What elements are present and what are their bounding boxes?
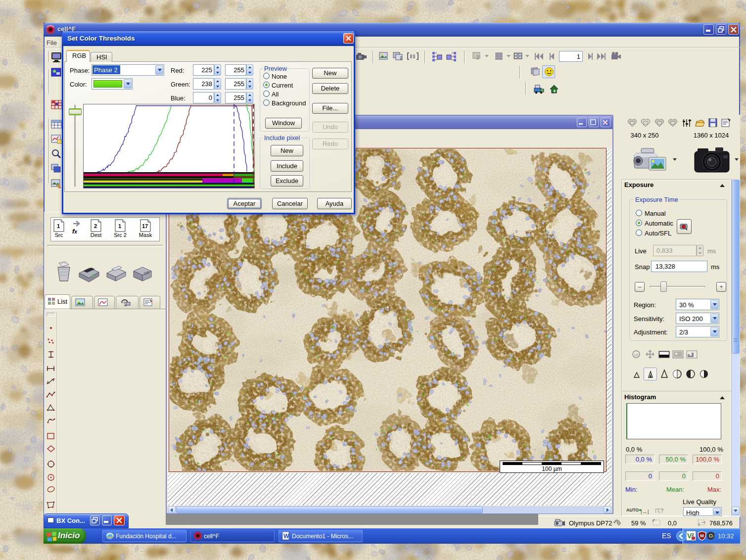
- svg-text:2: 2: [692, 532, 694, 537]
- svg-text:2: 2: [476, 55, 479, 60]
- svg-text:2: 2: [94, 223, 97, 229]
- svg-text:1: 1: [118, 223, 121, 229]
- svg-text:1: 1: [57, 223, 60, 229]
- svg-text:2: 2: [400, 55, 402, 60]
- svg-text:W: W: [283, 533, 289, 540]
- svg-text:17: 17: [142, 223, 148, 229]
- svg-text:M: M: [700, 533, 704, 538]
- svg-text:10: 10: [634, 353, 639, 357]
